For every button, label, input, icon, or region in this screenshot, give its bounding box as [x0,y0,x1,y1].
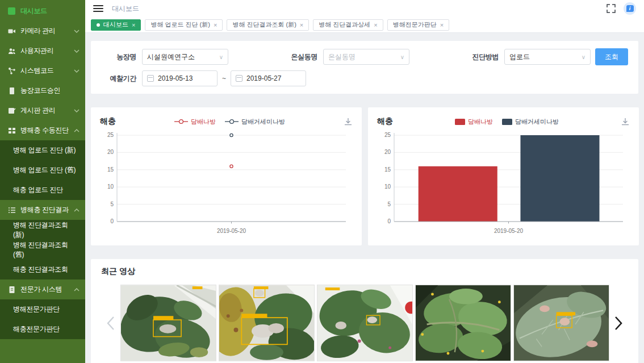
carousel-next-button[interactable] [609,285,629,361]
chevron-down-icon [74,109,80,112]
tomato-leaf-photo-5[interactable] [513,285,609,361]
sidebar-item-dashboard[interactable]: 대시보드 [0,1,85,21]
chevron-up-icon [74,288,80,291]
sidebar-item-disease-upload-diagnosis-old[interactable]: 병해 업로드 진단 (舊) [0,160,85,180]
top-bar: 대시보드 i [85,0,644,17]
pest-bar-chart: 05101520252019-05-20 [377,130,630,236]
tab-disease-upload-diagnosis-new[interactable]: 병해 업로드 진단 (新)× [145,19,223,31]
svg-text:2019-05-20: 2019-05-20 [494,228,524,234]
pest-line-chart-card: 해충 담배나방 담배거세미나방 [91,107,362,245]
tab-disease-result-view-new[interactable]: 병해 진단결과조회 (新)× [227,19,309,31]
chevron-down-icon [74,49,80,53]
list-icon [7,206,16,214]
chart-title: 해충 [377,116,393,127]
chevron-up-icon [74,129,80,132]
nodes-icon [7,66,16,75]
svg-text:15: 15 [384,166,391,173]
sidebar-item-board-management[interactable]: 게시판 관리 [0,101,85,120]
tab-bar: 대시보드 × 병해 업로드 진단 (新)× 병해 진단결과조회 (新)× 병해 … [85,17,644,33]
tab-disease-expert-judgment[interactable]: 병해전문가판단× [387,19,449,31]
calendar-icon [147,75,154,82]
sidebar-item-camera-management[interactable]: 카메라 관리 [0,21,85,41]
sidebar-item-disease-result-view-new[interactable]: 병해 진단결과조회 (新) [0,220,85,240]
board-icon [7,106,16,115]
chevron-down-icon [74,30,80,33]
sidebar-item-disease-upload-diagnosis-new[interactable]: 병해 업로드 진단 (新) [0,140,85,160]
tomato-plant-photo-4[interactable] [415,285,511,361]
farm-name-label: 농장명 [101,52,136,62]
sidebar-item-pest-manual-diagnosis[interactable]: 병해충 수동진단 [0,120,85,140]
sidebar-item-insect-expert-judgment[interactable]: 해충전문가판단 [0,319,85,339]
grid-icon [7,126,16,135]
sidebar-item-farm-code-approval[interactable]: 농장코드승인 [0,81,85,101]
sidebar-item-insect-upload-diagnosis[interactable]: 해충 업로드 진단 [0,180,85,200]
submenu-diagnosis-results: 병해 진단결과조회 (新) 병해 진단결과조회 (舊) 해충 진단결과조회 [0,220,85,279]
chevron-left-icon [106,316,115,331]
sidebar-item-disease-expert-judgment[interactable]: 병해전문가판단 [0,299,85,319]
sidebar-item-expert-system[interactable]: 전문가 시스템 [0,279,85,299]
sidebar: 대시보드 카메라 관리 사용자관리 시스템코드 농장코드승인 게시판 관리 [0,0,85,363]
dashboard-icon [7,7,16,15]
svg-text:5: 5 [110,201,114,207]
svg-text:0: 0 [110,218,114,224]
greenhouse-select[interactable]: 온실동명∨ [323,49,409,65]
chevron-up-icon [74,208,80,212]
carousel-prev-button[interactable] [101,285,120,361]
close-icon[interactable]: × [214,22,217,28]
close-icon[interactable]: × [374,22,377,28]
sidebar-item-user-management[interactable]: 사용자관리 [0,41,85,61]
sidebar-item-diagnosis-results[interactable]: 병해충 진단결과 [0,200,85,220]
legend-item: 담배거세미나방 [225,118,285,126]
hamburger-menu-icon[interactable] [93,5,103,12]
farm-name-select[interactable]: 시설원예연구소∨ [142,49,228,65]
chevron-down-icon: ∨ [400,54,404,60]
chevron-down-icon [74,69,80,73]
download-icon[interactable] [344,117,353,126]
carousel-track [120,285,609,361]
line-marker-icon [174,119,188,124]
close-icon[interactable]: × [300,22,303,28]
sidebar-item-insect-result-view[interactable]: 해충 진단결과조회 [0,260,85,279]
svg-text:0: 0 [387,218,391,224]
legend-item: 담배나방 [174,118,216,126]
period-label: 예찰기간 [101,74,136,84]
diagnosis-method-select[interactable]: 업로드∨ [504,49,591,65]
svg-text:25: 25 [384,132,391,138]
svg-text:10: 10 [384,183,391,190]
sidebar-item-disease-result-view-old[interactable]: 병해 진단결과조회 (舊) [0,240,85,260]
date-range-separator: ~ [222,74,226,82]
camera-icon [7,27,16,35]
chevron-down-icon: ∨ [582,54,586,60]
filter-panel: 농장명 시설원예연구소∨ 온실동명 온실동명∨ 진단방법 업로드∨ 조회 [91,41,638,94]
sidebar-item-system-code[interactable]: 시스템코드 [0,61,85,81]
chart-legend: 담배나방 담배거세미나방 [116,118,344,126]
svg-text:5: 5 [387,201,391,207]
submenu-expert-system: 병해전문가판단 해충전문가판단 [0,299,85,339]
svg-text:20: 20 [384,149,391,155]
search-button[interactable]: 조회 [595,48,628,65]
close-icon[interactable]: × [440,22,444,28]
chevron-right-icon [614,316,623,331]
calendar-icon [236,75,242,82]
recent-images-title: 최근 영상 [101,266,628,277]
tomato-leaf-photo-2[interactable] [219,285,315,361]
image-carousel [101,285,628,361]
content-area: 농장명 시설원예연구소∨ 온실동명 온실동명∨ 진단방법 업로드∨ 조회 [85,33,644,363]
swatch-icon [502,119,512,125]
tomato-leaf-photo-1[interactable] [120,285,216,361]
tab-dashboard[interactable]: 대시보드 × [91,19,141,31]
legend-item: 담배거세미나방 [502,118,559,126]
download-icon[interactable] [621,117,630,126]
chart-legend: 담배나방 담배거세미나방 [393,118,621,126]
period-end-date-input[interactable]: 2019-05-27 [231,70,306,86]
tab-disease-result-detail[interactable]: 병해 진단결과상세× [313,19,383,31]
period-start-date-input[interactable]: 2019-05-13 [142,70,218,86]
fullscreen-icon[interactable] [607,4,616,13]
tomato-leaf-photo-3[interactable] [317,285,413,361]
swatch-icon [455,119,465,125]
chevron-down-icon: ∨ [219,54,223,60]
info-button[interactable]: i [624,2,636,15]
close-icon[interactable]: × [132,22,135,28]
app-window: 대시보드 카메라 관리 사용자관리 시스템코드 농장코드승인 게시판 관리 [0,0,644,363]
svg-text:10: 10 [107,183,114,190]
